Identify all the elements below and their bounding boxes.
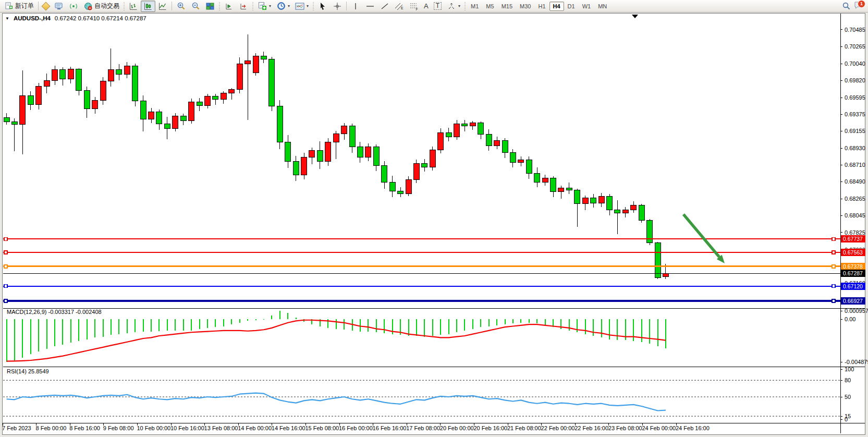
line-handle[interactable] xyxy=(832,299,835,302)
candle xyxy=(140,101,146,119)
price-tick-label: 0.68710 xyxy=(845,162,865,168)
candle xyxy=(317,151,323,161)
chart-ohlc-readout: 0.67242 0.67410 0.67214 0.67287 xyxy=(55,15,146,21)
date-label: 20 Feb 16:00 xyxy=(473,425,507,431)
candle xyxy=(655,242,661,277)
candle xyxy=(68,69,74,79)
chart-canvas[interactable]: 0.704850.702650.700400.698200.695950.693… xyxy=(0,0,868,437)
line-handle[interactable] xyxy=(832,237,835,240)
candle xyxy=(277,106,283,142)
date-label: 22 Feb 00:00 xyxy=(541,425,575,431)
chart-title: ▼ AUDUSD-,H4 0.67242 0.67410 0.67214 0.6… xyxy=(5,15,146,21)
candle xyxy=(52,70,58,80)
candle xyxy=(615,210,620,213)
application-window: 新订单 自动交易 xyxy=(0,0,868,437)
candle xyxy=(598,196,604,203)
price-badge-label: 0.67120 xyxy=(843,283,863,289)
candle xyxy=(518,160,524,163)
candle xyxy=(373,147,379,166)
candle xyxy=(124,66,130,74)
candle xyxy=(389,183,395,191)
candle xyxy=(132,66,138,101)
price-tick-label: 0.68930 xyxy=(845,145,865,151)
candle xyxy=(454,124,460,137)
candle xyxy=(462,124,468,126)
candle xyxy=(413,163,419,179)
price-tick-label: 0.69820 xyxy=(845,77,865,83)
candle xyxy=(534,173,540,183)
candle xyxy=(108,70,114,81)
candle xyxy=(221,93,226,100)
date-label: 10 Feb 16:00 xyxy=(170,425,204,431)
line-handle[interactable] xyxy=(832,285,835,288)
candle xyxy=(180,116,186,121)
line-handle[interactable] xyxy=(4,251,7,254)
candle xyxy=(229,90,235,93)
candle xyxy=(60,70,66,79)
candle xyxy=(382,166,387,183)
candle xyxy=(309,151,315,157)
candle xyxy=(76,69,82,90)
price-tick-label: 0.67825 xyxy=(845,229,865,236)
rsi-axis-label: 80 xyxy=(845,377,851,383)
price-badge-label: 0.67737 xyxy=(843,236,863,242)
candle xyxy=(100,81,106,101)
candle xyxy=(365,147,371,157)
macd-axis-label: 0.00 xyxy=(845,316,855,322)
candle xyxy=(558,188,564,191)
line-handle[interactable] xyxy=(4,237,7,240)
candle xyxy=(486,135,492,146)
candle xyxy=(245,60,251,64)
candle xyxy=(285,142,291,161)
date-label: 10 Feb 00:00 xyxy=(137,425,170,431)
date-label: 24 Feb 16:00 xyxy=(676,425,710,431)
line-handle[interactable] xyxy=(4,265,7,268)
price-tick-label: 0.68265 xyxy=(845,196,865,202)
candle xyxy=(574,190,580,204)
price-tick-label: 0.70485 xyxy=(845,27,865,33)
candle xyxy=(237,64,242,90)
price-tick-label: 0.69375 xyxy=(845,111,865,117)
price-badge-label: 0.66927 xyxy=(843,298,863,304)
candle xyxy=(566,188,572,190)
date-label: 8 Feb 00:00 xyxy=(36,425,67,431)
date-label: 20 Feb 00:00 xyxy=(440,425,474,431)
price-tick-label: 0.69155 xyxy=(845,128,865,134)
candle xyxy=(341,126,347,134)
rsi-indicator-label: RSI(14) 25.8549 xyxy=(7,368,49,374)
date-label: 14 Feb 16:00 xyxy=(272,425,305,431)
candle xyxy=(478,123,484,135)
candle xyxy=(349,126,355,147)
candle xyxy=(446,133,451,137)
candle xyxy=(269,59,275,106)
price-badge-label: 0.67563 xyxy=(843,249,863,256)
candle xyxy=(607,196,613,210)
date-label: 16 Feb 16:00 xyxy=(373,425,407,431)
candle xyxy=(333,133,339,142)
candle xyxy=(149,112,154,119)
candle xyxy=(622,210,628,213)
candle xyxy=(357,147,363,157)
price-tick-label: 0.68490 xyxy=(845,178,865,185)
candle xyxy=(156,112,162,124)
line-handle[interactable] xyxy=(4,285,7,288)
candle xyxy=(28,95,33,105)
collapse-arrow-icon[interactable]: ▼ xyxy=(5,16,9,21)
line-handle[interactable] xyxy=(4,299,7,302)
annotation-arrow[interactable] xyxy=(683,214,719,257)
date-label: 13 Feb 08:00 xyxy=(204,425,238,431)
candle xyxy=(510,153,516,163)
macd-indicator-label: MACD(12,26,9) -0.003317 -0.002408 xyxy=(7,309,102,315)
chart-symbol-period: AUDUSD-,H4 xyxy=(14,15,51,21)
line-handle[interactable] xyxy=(832,251,835,254)
candle xyxy=(494,141,500,146)
candle xyxy=(470,123,475,126)
candle xyxy=(261,56,266,59)
line-handle[interactable] xyxy=(832,265,835,268)
date-label: 23 Feb 08:00 xyxy=(608,425,642,431)
date-label: 7 Feb 2023 xyxy=(2,425,31,431)
candle xyxy=(164,124,170,128)
price-badge-label: 0.67378 xyxy=(843,263,863,270)
candle xyxy=(20,95,26,125)
rsi-axis-label: 100 xyxy=(845,366,854,372)
